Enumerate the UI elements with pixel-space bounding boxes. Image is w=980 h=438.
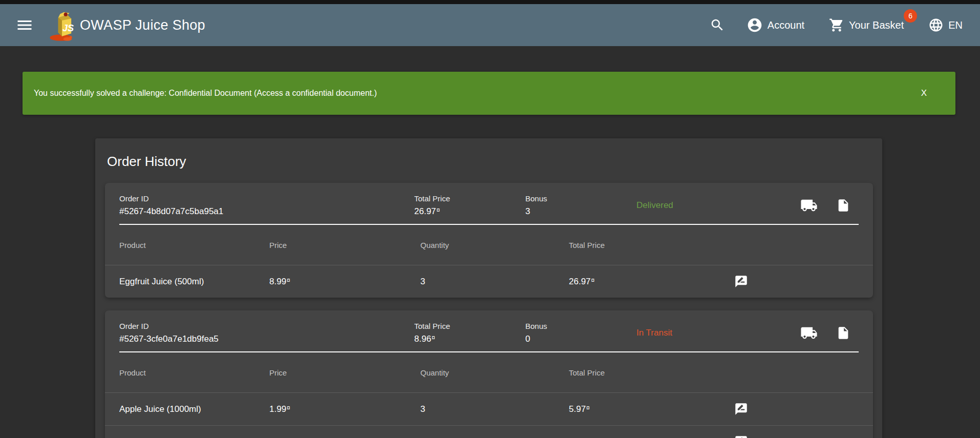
quantity-header: Quantity [420,241,569,249]
review-product-button[interactable] [734,402,859,416]
order-bonus-field: Bonus 0 [525,322,636,344]
quantity-cell: 3 [420,277,569,287]
product-cell: Apple Juice (1000ml) [119,404,269,414]
order-section: Order ID #5267-4b8d07a7c5ba95a1 Total Pr… [105,183,873,298]
order-total-price-field: Total Price 26.97¤ [414,194,525,217]
currency-symbol: ¤ [437,206,440,214]
review-product-button[interactable] [734,435,859,438]
account-circle-icon [747,17,763,33]
total-price-header: Total Price [569,368,734,377]
currency-symbol: ¤ [432,334,435,341]
svg-text:JS: JS [62,23,74,33]
truck-icon [800,197,818,214]
order-status: Delivered [636,200,800,211]
juice-shop-logo: JS [47,8,77,42]
navbar: JS OWASP Juice Shop Account Your Basket … [0,4,980,46]
rate-review-icon [734,402,748,416]
bonus-label: Bonus [525,322,636,330]
document-icon [836,198,850,213]
price-header: Price [269,368,420,377]
challenge-solved-message: You successfully solved a challenge: Con… [34,89,916,98]
order-id-label: Order ID [119,322,414,330]
hamburger-icon [15,16,34,34]
basket-label: Your Basket [849,19,904,31]
account-label: Account [768,19,804,31]
brand-home-link[interactable]: JS OWASP Juice Shop [47,8,205,42]
bonus-value: 0 [525,334,636,344]
table-row: Eggfruit Juice (500ml) 8.99¤ 3 26.97¤ [105,265,873,298]
currency-symbol: ¤ [586,404,590,411]
print-order-button[interactable] [836,326,859,340]
product-header: Product [119,241,269,249]
total-price-header: Total Price [569,241,734,249]
shopping-cart-icon [829,17,844,33]
basket-button[interactable]: Your Basket 6 [826,17,907,33]
order-id-value: #5267-3cfe0a7e1db9fea5 [119,334,414,344]
total-price-label: Total Price [414,194,525,203]
rate-review-icon [734,275,748,288]
search-button[interactable] [710,17,725,33]
product-header: Product [119,368,269,377]
price-cell: 1.99¤ [269,404,420,414]
bonus-label: Bonus [525,194,636,203]
currency-symbol: ¤ [287,277,290,284]
challenge-solved-banner: You successfully solved a challenge: Con… [23,72,955,115]
price-cell: 8.99¤ [269,277,420,287]
banner-close-button[interactable]: X [916,86,932,100]
quantity-header: Quantity [420,368,569,377]
rate-review-icon [734,435,748,438]
review-product-button[interactable] [734,275,859,288]
order-id-value: #5267-4b8d07a7c5ba95a1 [119,206,414,217]
product-cell: Eggfruit Juice (500ml) [119,277,269,287]
order-total-price-field: Total Price 8.96¤ [414,322,525,344]
products-table-header: Product Price Quantity Total Price [105,352,873,392]
order-id-label: Order ID [119,194,414,203]
globe-icon [928,17,944,33]
track-order-button[interactable] [800,197,836,214]
order-bonus-field: Bonus 3 [525,194,636,217]
order-header-row: Order ID #5267-4b8d07a7c5ba95a1 Total Pr… [105,194,873,217]
truck-icon [800,324,818,342]
price-header: Price [269,241,420,249]
order-header-row: Order ID #5267-3cfe0a7e1db9fea5 Total Pr… [105,322,873,344]
total-price-cell: 5.97¤ [569,404,734,414]
window-top-strip [0,0,980,4]
language-button[interactable]: EN [925,17,966,33]
basket-count-badge: 6 [904,9,917,23]
order-history-card: Order History Order ID #5267-4b8d07a7c5b… [95,138,882,438]
products-table-header: Product Price Quantity Total Price [105,225,873,265]
table-row: Apple Juice (1000ml) 1.99¤ 3 5.97¤ [105,392,873,425]
search-icon [710,17,725,33]
language-label: EN [948,19,963,31]
currency-symbol: ¤ [591,277,595,284]
order-status: In Transit [636,328,800,338]
track-order-button[interactable] [800,324,836,342]
total-price-cell: 26.97¤ [569,277,734,287]
currency-symbol: ¤ [287,404,290,411]
total-price-value: 26.97¤ [414,206,525,217]
order-id-field: Order ID #5267-4b8d07a7c5ba95a1 [119,194,414,217]
order-section: Order ID #5267-3cfe0a7e1db9fea5 Total Pr… [105,310,873,438]
app-title: OWASP Juice Shop [80,17,205,33]
menu-button[interactable] [15,16,34,34]
print-order-button[interactable] [836,198,859,213]
quantity-cell: 3 [420,404,569,414]
document-icon [836,326,850,340]
page-title: Order History [107,154,873,170]
account-button[interactable]: Account [743,16,807,34]
order-id-field: Order ID #5267-3cfe0a7e1db9fea5 [119,322,414,344]
bonus-value: 3 [525,206,636,217]
total-price-label: Total Price [414,322,525,330]
table-row: Orange Juice (1000ml) 2.99¤ 1 2.99¤ [105,425,873,438]
total-price-value: 8.96¤ [414,334,525,344]
